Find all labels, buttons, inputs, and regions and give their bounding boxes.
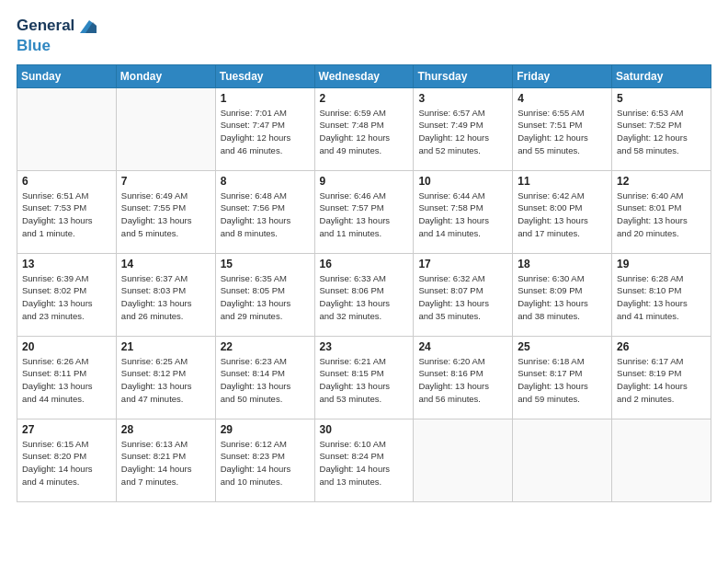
logo-icon (76, 17, 97, 37)
day-number: 30 (320, 423, 409, 436)
day-detail: Sunrise: 7:01 AMSunset: 7:47 PMDaylight:… (221, 107, 310, 157)
day-number: 25 (518, 340, 607, 353)
day-number: 13 (22, 258, 111, 270)
calendar-cell: 10Sunrise: 6:44 AMSunset: 7:58 PMDayligh… (414, 170, 513, 253)
day-header-sunday: Sunday (17, 64, 117, 87)
day-detail: Sunrise: 6:55 AMSunset: 7:51 PMDaylight:… (518, 107, 607, 157)
calendar-cell: 21Sunrise: 6:25 AMSunset: 8:12 PMDayligh… (116, 336, 215, 419)
calendar-cell: 5Sunrise: 6:53 AMSunset: 7:52 PMDaylight… (612, 87, 711, 170)
day-header-monday: Monday (116, 64, 215, 87)
calendar-cell: 11Sunrise: 6:42 AMSunset: 8:00 PMDayligh… (513, 170, 612, 253)
day-detail: Sunrise: 6:28 AMSunset: 8:10 PMDaylight:… (617, 272, 706, 323)
calendar-cell: 8Sunrise: 6:48 AMSunset: 7:56 PMDaylight… (215, 170, 314, 253)
day-detail: Sunrise: 6:23 AMSunset: 8:14 PMDaylight:… (221, 355, 310, 406)
day-detail: Sunrise: 6:53 AMSunset: 7:52 PMDaylight:… (617, 107, 706, 157)
day-detail: Sunrise: 6:10 AMSunset: 8:24 PMDaylight:… (320, 438, 409, 488)
day-detail: Sunrise: 6:30 AMSunset: 8:09 PMDaylight:… (518, 272, 607, 323)
day-number: 18 (518, 258, 607, 270)
day-number: 27 (22, 423, 111, 436)
day-detail: Sunrise: 6:12 AMSunset: 8:23 PMDaylight:… (221, 438, 310, 488)
day-detail: Sunrise: 6:48 AMSunset: 7:56 PMDaylight:… (221, 190, 310, 240)
day-header-wednesday: Wednesday (314, 64, 414, 87)
day-number: 20 (22, 340, 111, 353)
calendar-header-row: SundayMondayTuesdayWednesdayThursdayFrid… (17, 64, 711, 87)
day-number: 1 (221, 92, 310, 105)
day-header-friday: Friday (513, 64, 612, 87)
day-detail: Sunrise: 6:15 AMSunset: 8:20 PMDaylight:… (22, 438, 111, 488)
day-number: 21 (121, 340, 210, 353)
calendar-cell (17, 87, 117, 170)
day-number: 28 (121, 423, 210, 436)
calendar-cell: 7Sunrise: 6:49 AMSunset: 7:55 PMDaylight… (116, 170, 215, 253)
calendar-cell: 17Sunrise: 6:32 AMSunset: 8:07 PMDayligh… (414, 253, 513, 336)
day-number: 23 (320, 340, 409, 353)
day-number: 19 (617, 258, 706, 270)
calendar-cell: 24Sunrise: 6:20 AMSunset: 8:16 PMDayligh… (414, 336, 513, 419)
day-number: 12 (617, 175, 706, 188)
day-header-saturday: Saturday (612, 64, 711, 87)
day-number: 4 (518, 92, 607, 105)
calendar-week-3: 13Sunrise: 6:39 AMSunset: 8:02 PMDayligh… (17, 253, 711, 336)
calendar-cell (116, 87, 215, 170)
day-header-tuesday: Tuesday (215, 64, 314, 87)
day-number: 17 (418, 258, 507, 270)
calendar-cell: 27Sunrise: 6:15 AMSunset: 8:20 PMDayligh… (17, 419, 117, 501)
calendar-cell: 28Sunrise: 6:13 AMSunset: 8:21 PMDayligh… (116, 419, 215, 501)
day-detail: Sunrise: 6:17 AMSunset: 8:19 PMDaylight:… (617, 355, 706, 406)
day-detail: Sunrise: 6:42 AMSunset: 8:00 PMDaylight:… (518, 190, 607, 240)
day-detail: Sunrise: 6:33 AMSunset: 8:06 PMDaylight:… (320, 272, 409, 323)
day-detail: Sunrise: 6:13 AMSunset: 8:21 PMDaylight:… (121, 438, 210, 488)
calendar-week-4: 20Sunrise: 6:26 AMSunset: 8:11 PMDayligh… (17, 336, 711, 419)
day-number: 9 (320, 175, 409, 188)
calendar-cell: 6Sunrise: 6:51 AMSunset: 7:53 PMDaylight… (17, 170, 117, 253)
day-detail: Sunrise: 6:37 AMSunset: 8:03 PMDaylight:… (121, 272, 210, 323)
day-number: 15 (221, 258, 310, 270)
logo-text: GeneralBlue (17, 17, 97, 55)
day-detail: Sunrise: 6:20 AMSunset: 8:16 PMDaylight:… (418, 355, 507, 406)
day-number: 2 (320, 92, 409, 105)
calendar-cell (612, 419, 711, 501)
calendar-cell: 3Sunrise: 6:57 AMSunset: 7:49 PMDaylight… (414, 87, 513, 170)
day-detail: Sunrise: 6:35 AMSunset: 8:05 PMDaylight:… (221, 272, 310, 323)
day-number: 22 (221, 340, 310, 353)
calendar-cell: 4Sunrise: 6:55 AMSunset: 7:51 PMDaylight… (513, 87, 612, 170)
calendar-week-5: 27Sunrise: 6:15 AMSunset: 8:20 PMDayligh… (17, 419, 711, 501)
calendar-cell: 29Sunrise: 6:12 AMSunset: 8:23 PMDayligh… (215, 419, 314, 501)
calendar-table: SundayMondayTuesdayWednesdayThursdayFrid… (17, 64, 711, 502)
day-detail: Sunrise: 6:40 AMSunset: 8:01 PMDaylight:… (617, 190, 706, 240)
calendar-cell: 22Sunrise: 6:23 AMSunset: 8:14 PMDayligh… (215, 336, 314, 419)
calendar-cell (513, 419, 612, 501)
day-detail: Sunrise: 6:51 AMSunset: 7:53 PMDaylight:… (22, 190, 111, 240)
day-detail: Sunrise: 6:39 AMSunset: 8:02 PMDaylight:… (22, 272, 111, 323)
day-detail: Sunrise: 6:18 AMSunset: 8:17 PMDaylight:… (518, 355, 607, 406)
logo: GeneralBlue (17, 17, 97, 55)
calendar-cell: 1Sunrise: 7:01 AMSunset: 7:47 PMDaylight… (215, 87, 314, 170)
day-detail: Sunrise: 6:25 AMSunset: 8:12 PMDaylight:… (121, 355, 210, 406)
calendar-cell: 9Sunrise: 6:46 AMSunset: 7:57 PMDaylight… (314, 170, 414, 253)
day-detail: Sunrise: 6:44 AMSunset: 7:58 PMDaylight:… (418, 190, 507, 240)
day-detail: Sunrise: 6:59 AMSunset: 7:48 PMDaylight:… (320, 107, 409, 157)
calendar-cell: 23Sunrise: 6:21 AMSunset: 8:15 PMDayligh… (314, 336, 414, 419)
calendar-cell: 15Sunrise: 6:35 AMSunset: 8:05 PMDayligh… (215, 253, 314, 336)
day-number: 7 (121, 175, 210, 188)
calendar-week-2: 6Sunrise: 6:51 AMSunset: 7:53 PMDaylight… (17, 170, 711, 253)
day-number: 8 (221, 175, 310, 188)
day-number: 29 (221, 423, 310, 436)
calendar-cell: 26Sunrise: 6:17 AMSunset: 8:19 PMDayligh… (612, 336, 711, 419)
day-detail: Sunrise: 6:26 AMSunset: 8:11 PMDaylight:… (22, 355, 111, 406)
day-number: 11 (518, 175, 607, 188)
calendar-cell (414, 419, 513, 501)
calendar-cell: 14Sunrise: 6:37 AMSunset: 8:03 PMDayligh… (116, 253, 215, 336)
calendar-cell: 16Sunrise: 6:33 AMSunset: 8:06 PMDayligh… (314, 253, 414, 336)
day-number: 6 (22, 175, 111, 188)
day-detail: Sunrise: 6:57 AMSunset: 7:49 PMDaylight:… (418, 107, 507, 157)
day-detail: Sunrise: 6:32 AMSunset: 8:07 PMDaylight:… (418, 272, 507, 323)
day-number: 3 (418, 92, 507, 105)
day-number: 16 (320, 258, 409, 270)
calendar-cell: 19Sunrise: 6:28 AMSunset: 8:10 PMDayligh… (612, 253, 711, 336)
day-number: 5 (617, 92, 706, 105)
calendar-cell: 2Sunrise: 6:59 AMSunset: 7:48 PMDaylight… (314, 87, 414, 170)
day-detail: Sunrise: 6:21 AMSunset: 8:15 PMDaylight:… (320, 355, 409, 406)
calendar-cell: 25Sunrise: 6:18 AMSunset: 8:17 PMDayligh… (513, 336, 612, 419)
calendar-cell: 12Sunrise: 6:40 AMSunset: 8:01 PMDayligh… (612, 170, 711, 253)
